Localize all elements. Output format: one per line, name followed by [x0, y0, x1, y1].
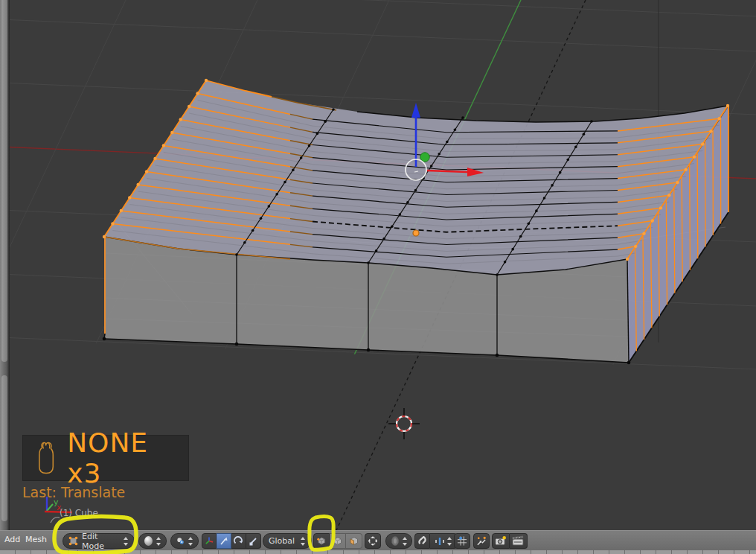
orientation-label: Global [269, 536, 297, 546]
cube-edge-icon [332, 535, 343, 547]
blender-window: NONE x3 Last: Translate y x (1) Cube Add… [0, 0, 756, 554]
orientation-dropdown[interactable]: Global [263, 533, 312, 549]
snap-target-button[interactable] [454, 533, 470, 549]
scrollbar-thumb[interactable] [1, 375, 7, 521]
limit-selection-icon [368, 535, 378, 547]
manipulator-rotate-button[interactable] [231, 533, 246, 549]
viewport-shading-sphere-icon [144, 536, 153, 546]
limit-selection-button[interactable] [365, 533, 381, 549]
scale-icon [249, 536, 258, 546]
chevron-up-down-icon [124, 537, 129, 546]
manipulator-translate-button[interactable] [217, 533, 231, 549]
chevron-up-down-icon [188, 537, 193, 546]
mode-dropdown-label: Edit Mode [82, 532, 120, 551]
proportional-edit-dropdown[interactable] [385, 533, 412, 549]
cursor-3d [388, 408, 420, 439]
proportional-off-icon [391, 536, 399, 546]
opengl-render-camera-icon [495, 535, 507, 547]
chevron-up-down-icon [403, 537, 406, 546]
pivot-dropdown[interactable] [170, 533, 199, 549]
face-select-button[interactable] [346, 533, 362, 549]
snap-target-icon [457, 535, 467, 547]
mouse-icon [35, 440, 57, 476]
screencast-key-overlay: NONE x3 [22, 435, 189, 481]
rotate-arc-icon [234, 536, 243, 546]
viewport-header: Add Mesh Edit Mode [0, 530, 756, 550]
auto-merge-icon [476, 535, 487, 547]
tool-shelf-edge [0, 0, 10, 530]
manipulator-button-group [202, 533, 261, 549]
object-info-text: (1) Cube [60, 508, 98, 518]
click-count-text: NONE x3 [67, 427, 188, 488]
cube-vertex-icon [316, 535, 327, 547]
edge-select-button[interactable] [330, 533, 346, 549]
snap-increment-icon [435, 537, 445, 546]
opengl-render-group [492, 533, 528, 549]
current-frame-marker [68, 550, 69, 554]
render-image-button[interactable] [492, 533, 510, 549]
automerge-button[interactable] [473, 533, 490, 549]
opengl-render-clapper-icon [512, 535, 525, 547]
magnet-icon [417, 536, 427, 547]
menu-add[interactable]: Add [4, 535, 20, 544]
scrollbar-thumb[interactable] [1, 0, 7, 362]
shading-dropdown[interactable] [138, 533, 167, 549]
mode-dropdown[interactable]: Edit Mode [63, 533, 135, 549]
chevron-up-down-icon [156, 537, 161, 546]
select-mode-group [313, 533, 362, 549]
chevron-up-down-icon [447, 537, 452, 546]
snap-magnet-button[interactable] [414, 533, 430, 549]
manipulator-toggle-button[interactable] [202, 533, 217, 549]
render-anim-button[interactable] [510, 533, 528, 549]
snap-group [414, 533, 457, 549]
edit-mode-icon [68, 536, 78, 546]
cube-face-icon [348, 535, 359, 547]
vertex-select-button[interactable] [313, 533, 330, 549]
menu-mesh[interactable]: Mesh [25, 535, 47, 544]
pivot-center-icon [176, 536, 185, 546]
snap-element-dropdown[interactable] [430, 533, 457, 549]
object-origin-dot [413, 230, 419, 236]
timeline-strip[interactable] [0, 550, 756, 554]
chevron-up-down-icon [301, 537, 306, 546]
translate-arrow-icon [219, 536, 228, 546]
manipulator-scale-button[interactable] [246, 533, 261, 549]
axis-cross-icon [205, 536, 214, 546]
